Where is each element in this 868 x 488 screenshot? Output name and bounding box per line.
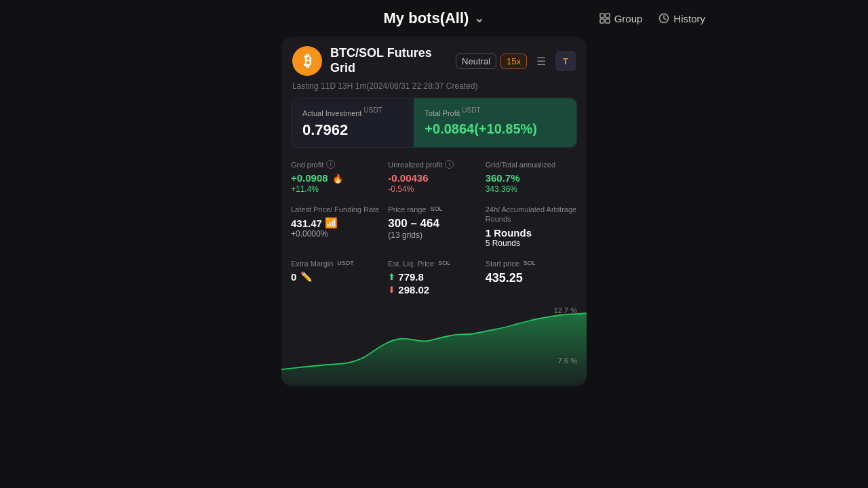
pulse-icon: 📶 [325, 217, 338, 229]
btc-icon: ₿ [292, 46, 322, 76]
history-icon [658, 13, 669, 24]
total-profit-text: Total Profit [425, 109, 460, 117]
arbitrage-label: 24h/ Accumulated Arbitrage Rounds [486, 205, 577, 224]
card-subtitle: Lasting 11D 13H 1m(2024/08/31 22:28:37 C… [281, 81, 587, 98]
svg-rect-3 [606, 19, 610, 23]
chevron-down-icon[interactable]: ⌄ [474, 11, 484, 26]
annualized-value1: 360.7% [486, 172, 577, 184]
latest-price-stat: Latest Price/ Funding Rate 431.47 📶 +0.0… [291, 205, 382, 248]
grid-profit-label-text: Grid profit [291, 160, 323, 169]
liq-price-down-row: ⬇ 298.02 [388, 284, 479, 296]
liq-price-down: 298.02 [398, 284, 429, 296]
latest-price-label-text: Latest Price/ Funding Rate [291, 205, 379, 214]
card-title: BTC/SOL Futures Grid [330, 46, 448, 75]
stats-grid: Grid profit i +0.0908 🔥 +11.4% Unrealize… [281, 157, 587, 302]
group-label: Group [614, 13, 643, 24]
tether-icon[interactable]: T [555, 51, 576, 71]
price-range-value: 300 – 464 [388, 217, 479, 230]
header: My bots(All) ⌄ Group History [0, 0, 868, 34]
leverage-badge: 15x [500, 54, 527, 69]
latest-price-value: 431.47 [291, 218, 322, 229]
extra-margin-label-text: Extra Margin [291, 259, 333, 268]
extra-margin-row: 0 ✏️ [291, 271, 382, 283]
liq-price-currency: SOL [438, 260, 450, 268]
page-title: My bots(All) ⌄ [384, 9, 485, 27]
up-arrow-icon: ⬆ [388, 272, 395, 282]
grid-profit-value-text: +0.0908 [291, 172, 328, 184]
grid-profit-label: Grid profit i [291, 160, 382, 169]
header-actions: Group History [599, 13, 705, 24]
investment-left: Actual Investment USDT 0.7962 [292, 98, 414, 147]
history-label: History [673, 13, 705, 24]
annualized-label: Grid/Total annualized [486, 160, 577, 169]
fire-icon: 🔥 [332, 174, 343, 184]
price-range-stat: Price range SOL 300 – 464 (13 grids) [388, 205, 479, 248]
arbitrage-label-text: 24h/ Accumulated Arbitrage Rounds [486, 205, 577, 224]
actual-investment-label: Actual Investment USDT [302, 106, 403, 117]
grid-profit-stat: Grid profit i +0.0908 🔥 +11.4% [291, 160, 382, 194]
bot-card: ₿ BTC/SOL Futures Grid Neutral 15x ☰ T L… [281, 37, 587, 386]
neutral-badge: Neutral [456, 54, 496, 69]
liq-price-label-text: Est. Liq. Price [388, 259, 434, 268]
svg-rect-0 [600, 14, 604, 18]
latest-price-label: Latest Price/ Funding Rate [291, 205, 382, 214]
title-line1: BTC/SOL Futures [330, 46, 432, 60]
liq-price-up: 779.8 [398, 271, 424, 283]
arbitrage-stat: 24h/ Accumulated Arbitrage Rounds 1 Roun… [486, 205, 577, 248]
edit-icon[interactable]: ✏️ [300, 271, 312, 282]
start-price-stat: Start price SOL 435.25 [486, 259, 577, 296]
unrealized-profit-sub: -0.54% [388, 184, 479, 194]
start-price-currency: SOL [524, 260, 536, 268]
arbitrage-value2: 5 Rounds [486, 239, 577, 248]
history-button[interactable]: History [658, 13, 705, 24]
annualized-value2: 343.36% [486, 184, 577, 194]
card-header: ₿ BTC/SOL Futures Grid Neutral 15x ☰ T [281, 37, 587, 81]
actual-investment-text: Actual Investment [302, 109, 361, 117]
down-arrow-icon: ⬇ [388, 285, 395, 295]
chart-fill [281, 313, 587, 386]
chart-label-mid: 7.6 % [558, 357, 577, 365]
liq-price-up-row: ⬆ 779.8 [388, 271, 479, 283]
title-text: My bots(All) [384, 9, 469, 27]
menu-icon[interactable]: ☰ [531, 51, 551, 71]
unrealized-profit-label: Unrealized profit i [388, 160, 479, 169]
start-price-value: 435.25 [486, 271, 577, 285]
start-price-label-text: Start price [486, 259, 519, 268]
unrealized-profit-label-text: Unrealized profit [388, 160, 442, 169]
chart-area: 12.7 % 7.6 % [281, 305, 587, 386]
card-title-area: BTC/SOL Futures Grid [330, 46, 448, 75]
liq-price-label: Est. Liq. Price SOL [388, 259, 479, 268]
total-profit-label: Total Profit USDT [425, 106, 566, 117]
unrealized-profit-stat: Unrealized profit i -0.00436 -0.54% [388, 160, 479, 194]
grid-profit-sub: +11.4% [291, 184, 382, 194]
total-profit-currency: USDT [462, 106, 480, 114]
price-range-currency: SOL [431, 205, 443, 214]
extra-margin-label: Extra Margin USDT [291, 259, 382, 268]
title-line2: Grid [330, 61, 355, 75]
extra-margin-value: 0 [291, 271, 296, 283]
extra-margin-currency: USDT [337, 260, 354, 268]
group-button[interactable]: Group [599, 13, 643, 24]
investment-section: Actual Investment USDT 0.7962 Total Prof… [291, 98, 577, 148]
price-range-label: Price range SOL [388, 205, 479, 214]
start-price-label: Start price SOL [486, 259, 577, 268]
grids-value: (13 grids) [388, 230, 479, 240]
chart-label-top: 12.7 % [554, 306, 577, 314]
extra-margin-stat: Extra Margin USDT 0 ✏️ [291, 259, 382, 296]
coin-symbol: ₿ [304, 52, 311, 70]
card-badges: Neutral 15x ☰ T [456, 51, 576, 71]
grid-profit-info-icon[interactable]: i [326, 160, 335, 169]
liq-price-stat: Est. Liq. Price SOL ⬆ 779.8 ⬇ 298.02 [388, 259, 479, 296]
svg-rect-2 [600, 19, 604, 23]
svg-rect-1 [606, 14, 610, 18]
unrealized-profit-info-icon[interactable]: i [445, 160, 454, 169]
actual-investment-value: 0.7962 [302, 121, 403, 139]
profit-chart [281, 305, 587, 386]
actual-investment-currency: USDT [364, 106, 382, 114]
grid-profit-value: +0.0908 🔥 [291, 172, 382, 184]
arbitrage-value1: 1 Rounds [486, 227, 577, 239]
investment-right: Total Profit USDT +0.0864(+10.85%) [414, 98, 576, 147]
funding-rate: +0.0000% [291, 229, 382, 239]
latest-price-row: 431.47 📶 [291, 217, 382, 229]
unrealized-profit-value: -0.00436 [388, 172, 479, 184]
